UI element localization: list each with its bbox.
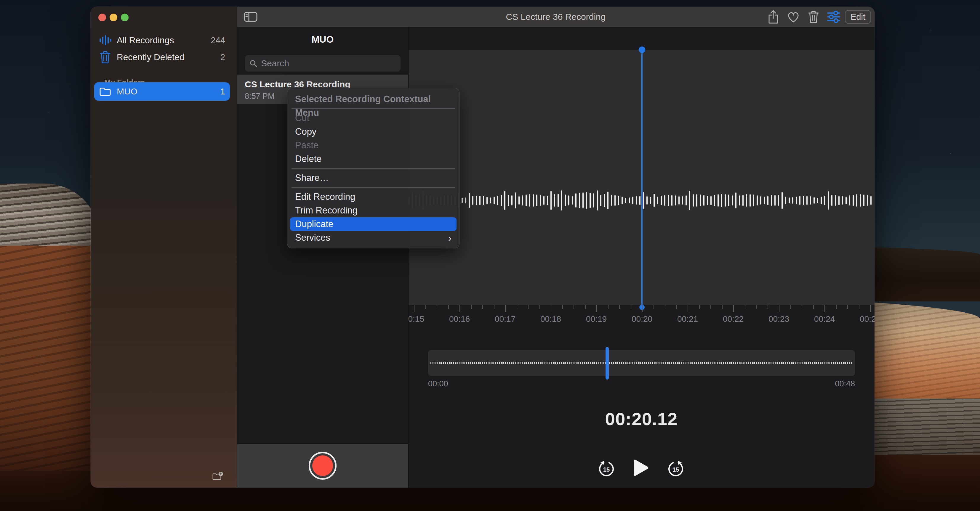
menu-item-delete[interactable]: Delete — [287, 152, 459, 166]
search-field[interactable] — [245, 55, 401, 71]
ruler-label: 00:19 — [586, 314, 607, 324]
timeline-ruler: 00:15 00:16 00:17 00:18 00:19 00:20 00:2… — [408, 305, 875, 332]
ruler-label: 00:24 — [814, 314, 835, 324]
sidebar-item-label: All Recordings — [117, 35, 211, 45]
player-pane: 00:15 00:16 00:17 00:18 00:19 00:20 00:2… — [408, 27, 875, 487]
playhead-line[interactable] — [641, 50, 643, 308]
search-icon — [249, 59, 258, 68]
menu-item-share[interactable]: Share… — [287, 171, 459, 185]
sidebar-item-label: Recently Deleted — [117, 52, 220, 62]
traffic-lights — [99, 14, 129, 21]
scrubber-waveform — [430, 362, 853, 364]
current-time-display: 00:20.12 — [408, 409, 875, 429]
sidebar-item-recently-deleted[interactable]: Recently Deleted 2 — [94, 49, 230, 66]
scrubber-bar[interactable] — [428, 350, 855, 376]
trash-icon — [99, 51, 112, 63]
search-input[interactable] — [260, 58, 396, 69]
sidebar-item-count: 2 — [220, 52, 225, 62]
sidebar-item-count: 1 — [220, 87, 225, 97]
skip-back-15-button[interactable]: 15 — [597, 460, 616, 479]
sidebar-item-label: MUO — [117, 86, 220, 97]
submenu-chevron-icon: › — [448, 231, 452, 244]
play-button[interactable] — [633, 459, 649, 478]
waveform-icon — [99, 35, 112, 46]
menu-item-trim-recording[interactable]: Trim Recording — [287, 204, 459, 217]
sidebar: All Recordings 244 Recently Deleted 2 My… — [91, 7, 237, 487]
edit-button[interactable]: Edit — [845, 10, 871, 24]
menu-separator — [291, 187, 455, 188]
ruler-label: 00:22 — [723, 314, 744, 324]
svg-text:15: 15 — [603, 466, 610, 473]
menu-item-services[interactable]: Services › — [287, 231, 459, 244]
record-button-core — [312, 455, 333, 476]
menu-item-paste: Paste — [287, 138, 459, 152]
record-toolbar — [237, 443, 408, 487]
favorite-heart-icon[interactable] — [786, 10, 800, 24]
sidebar-item-count: 244 — [211, 35, 225, 45]
ruler-label: 00:16 — [449, 314, 470, 324]
sidebar-divider — [237, 7, 237, 487]
menu-item-copy[interactable]: Copy — [287, 125, 459, 138]
ruler-label: 00:21 — [677, 314, 698, 324]
scrub-end-time: 00:48 — [835, 379, 855, 389]
view-options-sliders-icon[interactable] — [827, 10, 841, 24]
ruler-label: 00:17 — [495, 314, 515, 324]
context-menu-header: Selected Recording Contextual Menu — [287, 92, 459, 106]
voice-memos-window: All Recordings 244 Recently Deleted 2 My… — [91, 7, 875, 487]
share-icon[interactable] — [766, 10, 780, 24]
menu-item-edit-recording[interactable]: Edit Recording — [287, 190, 459, 204]
context-menu: Selected Recording Contextual Menu Cut C… — [287, 88, 460, 248]
record-button[interactable] — [309, 452, 337, 479]
ruler-label: 00:20 — [632, 314, 652, 324]
list-header: MUO — [237, 34, 408, 45]
recording-time: 8:57 PM — [245, 92, 275, 101]
delete-trash-icon[interactable] — [807, 10, 821, 24]
ruler-label: 00:23 — [768, 314, 789, 324]
menu-item-duplicate[interactable]: Duplicate — [290, 217, 457, 231]
sidebar-item-all-recordings[interactable]: All Recordings 244 — [94, 32, 230, 49]
ruler-label: 00:25 — [860, 314, 875, 324]
scrub-start-time: 00:00 — [428, 379, 448, 389]
close-button[interactable] — [99, 14, 106, 21]
ruler-label: 00:18 — [540, 314, 561, 324]
folder-icon — [99, 87, 112, 97]
zoom-button[interactable] — [121, 14, 129, 21]
scrubber-playhead[interactable] — [606, 347, 609, 379]
menu-item-label: Services — [295, 231, 330, 244]
playhead-dot-top — [639, 46, 645, 53]
toggle-sidebar-button[interactable] — [243, 10, 258, 24]
sidebar-item-folder-muo[interactable]: MUO 1 — [94, 82, 230, 101]
minimize-button[interactable] — [110, 14, 117, 21]
skip-forward-15-button[interactable]: 15 — [667, 460, 685, 479]
new-folder-button[interactable] — [210, 469, 226, 485]
titlebar: CS Lecture 36 Recording — [237, 7, 875, 27]
menu-separator — [291, 168, 455, 169]
desktop: All Recordings 244 Recently Deleted 2 My… — [0, 0, 980, 511]
wallpaper-left-sand — [0, 246, 98, 471]
svg-text:15: 15 — [673, 466, 679, 473]
ruler-label: 00:15 — [408, 314, 424, 324]
